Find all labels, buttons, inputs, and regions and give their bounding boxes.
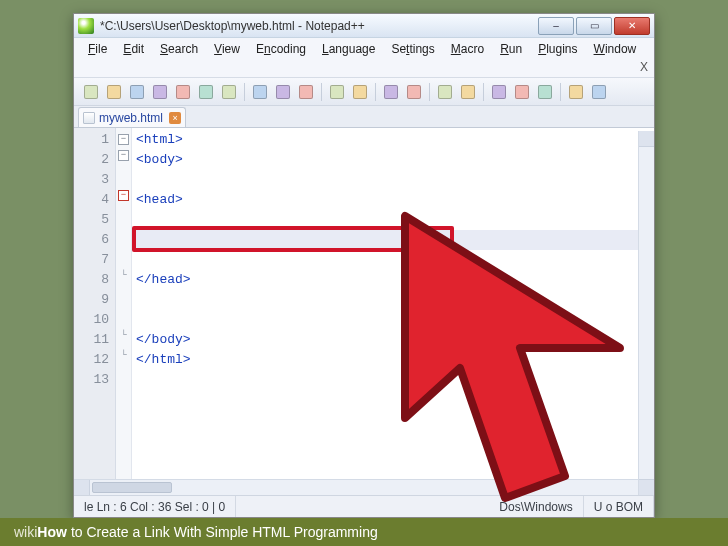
close-document-button[interactable]: X — [640, 60, 648, 74]
code-line[interactable] — [136, 250, 654, 270]
caption-text: to Create a Link With Simple HTML Progra… — [71, 524, 378, 540]
statusbar: le Ln : 6 Col : 36 Sel : 0 | 0 Dos\Windo… — [74, 495, 654, 517]
titlebar: *C:\Users\User\Desktop\myweb.html - Note… — [74, 14, 654, 38]
scroll-down-button[interactable] — [639, 479, 654, 495]
editor[interactable]: 12345678910111213 −−−└└└ <html><body><he… — [74, 128, 654, 479]
word-wrap-icon[interactable] — [488, 82, 510, 102]
fold-spacer — [116, 286, 131, 306]
cut-icon[interactable] — [249, 82, 271, 102]
menu-file[interactable]: File — [80, 40, 115, 58]
code-line[interactable]: <head> — [136, 190, 654, 210]
toolbar-separator — [560, 83, 561, 101]
file-icon — [83, 112, 95, 124]
menu-macro[interactable]: Macro — [443, 40, 492, 58]
wikihow-logo: wikiHow — [14, 524, 67, 540]
code-line[interactable] — [136, 210, 654, 230]
record-macro-icon[interactable] — [565, 82, 587, 102]
close-all-icon[interactable] — [195, 82, 217, 102]
logo-prefix: wiki — [14, 524, 37, 540]
fold-end: └ — [116, 266, 131, 286]
menu-settings[interactable]: Settings — [383, 40, 442, 58]
line-number: 12 — [74, 350, 109, 370]
menu-edit[interactable]: Edit — [115, 40, 152, 58]
redo-icon[interactable] — [349, 82, 371, 102]
menu-run[interactable]: Run — [492, 40, 530, 58]
fold-spacer — [116, 166, 131, 186]
line-number: 3 — [74, 170, 109, 190]
line-number: 5 — [74, 210, 109, 230]
zoom-in-icon[interactable] — [434, 82, 456, 102]
menu-search[interactable]: Search — [152, 40, 206, 58]
play-macro-icon[interactable] — [588, 82, 610, 102]
menu-language[interactable]: Language — [314, 40, 383, 58]
save-all-icon[interactable] — [149, 82, 171, 102]
code-line[interactable] — [136, 170, 654, 190]
menubar: FileEditSearchViewEncodingLanguageSettin… — [74, 38, 654, 78]
fold-spacer — [116, 226, 131, 246]
print-icon[interactable] — [218, 82, 240, 102]
app-window: *C:\Users\User\Desktop\myweb.html - Note… — [73, 13, 655, 518]
fold-toggle[interactable]: − — [118, 190, 129, 201]
minimize-button[interactable]: – — [538, 17, 574, 35]
line-number: 4 — [74, 190, 109, 210]
fold-toggle[interactable]: − — [118, 150, 129, 161]
fold-toggle[interactable]: − — [118, 134, 129, 145]
horizontal-scrollbar[interactable] — [74, 479, 654, 495]
line-number: 6 — [74, 230, 109, 250]
line-number: 8 — [74, 270, 109, 290]
document-tab[interactable]: myweb.html × — [78, 107, 186, 127]
code-line[interactable]: </body> — [136, 330, 654, 350]
app-icon — [78, 18, 94, 34]
code-line[interactable] — [136, 310, 654, 330]
code-line[interactable]: <html> — [136, 130, 654, 150]
line-number: 1 — [74, 130, 109, 150]
scroll-track[interactable] — [174, 480, 638, 495]
paste-icon[interactable] — [295, 82, 317, 102]
window-controls: – ▭ ✕ — [536, 17, 650, 35]
tab-close-button[interactable]: × — [169, 112, 181, 124]
open-folder-icon[interactable] — [103, 82, 125, 102]
window-close-button[interactable]: ✕ — [614, 17, 650, 35]
code-line[interactable] — [136, 370, 654, 390]
line-number: 11 — [74, 330, 109, 350]
window-title: *C:\Users\User\Desktop\myweb.html - Note… — [100, 19, 536, 33]
menu-view[interactable]: View — [206, 40, 248, 58]
copy-icon[interactable] — [272, 82, 294, 102]
show-all-chars-icon[interactable] — [511, 82, 533, 102]
close-icon[interactable] — [172, 82, 194, 102]
toolbar-separator — [375, 83, 376, 101]
document-tab-label: myweb.html — [99, 111, 163, 125]
caption-bar: wikiHow to Create a Link With Simple HTM… — [0, 518, 728, 546]
code-line[interactable]: <body> — [136, 150, 654, 170]
find-icon[interactable] — [380, 82, 402, 102]
menu-plugins[interactable]: Plugins — [530, 40, 585, 58]
editor-area: 12345678910111213 −−−└└└ <html><body><he… — [74, 128, 654, 495]
toolbar-separator — [483, 83, 484, 101]
status-encoding: U o BOM — [584, 496, 654, 517]
menu-encoding[interactable]: Encoding — [248, 40, 314, 58]
toolbar-separator — [429, 83, 430, 101]
line-number-gutter: 12345678910111213 — [74, 128, 116, 479]
logo-suffix: How — [37, 524, 67, 540]
scroll-up-button[interactable] — [639, 131, 654, 147]
toolbar-separator — [244, 83, 245, 101]
scroll-thumb[interactable] — [92, 482, 172, 493]
zoom-out-icon[interactable] — [457, 82, 479, 102]
new-file-icon[interactable] — [80, 82, 102, 102]
indent-guide-icon[interactable] — [534, 82, 556, 102]
code-line[interactable]: </head> — [136, 270, 654, 290]
code-line[interactable]: </html> — [136, 350, 654, 370]
scroll-left-button[interactable] — [74, 480, 90, 495]
line-number: 7 — [74, 250, 109, 270]
code-line[interactable] — [136, 290, 654, 310]
menu-window[interactable]: Window — [586, 40, 645, 58]
save-icon[interactable] — [126, 82, 148, 102]
undo-icon[interactable] — [326, 82, 348, 102]
vertical-scrollbar[interactable] — [638, 131, 654, 495]
code[interactable]: <html><body><head><h1 id="topheader">Hea… — [132, 128, 654, 479]
toolbar-separator — [321, 83, 322, 101]
maximize-button[interactable]: ▭ — [576, 17, 612, 35]
replace-icon[interactable] — [403, 82, 425, 102]
status-eol: Dos\Windows — [489, 496, 583, 517]
line-number: 10 — [74, 310, 109, 330]
